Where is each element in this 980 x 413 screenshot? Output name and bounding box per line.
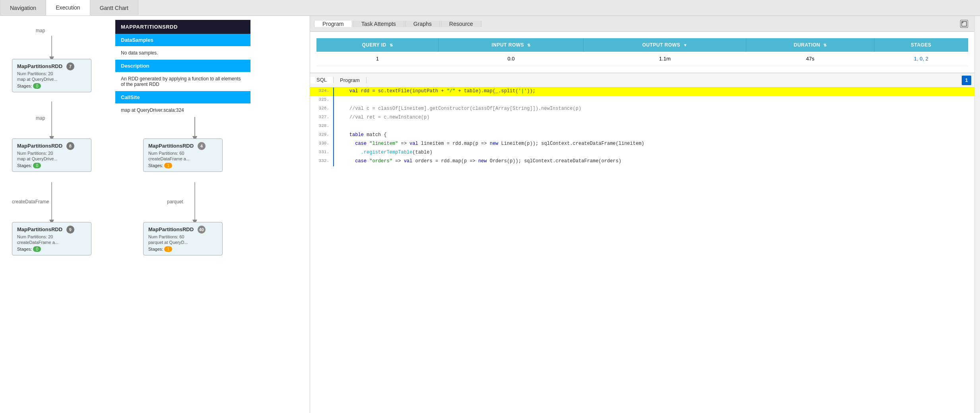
- code-panel: SQL Program 1 324. val rdd = sc.textFile…: [310, 73, 974, 413]
- dag-panel: map map createDataFrame parquet MapParti…: [0, 16, 310, 413]
- sort-icon-query-id: ⇅: [390, 43, 393, 47]
- line-num-332: 332.: [310, 158, 334, 166]
- arrow-label-createdataframe: createDataFrame: [12, 199, 49, 205]
- line-content-328: [334, 123, 974, 131]
- tab-resource[interactable]: Resource: [441, 21, 481, 27]
- line-content-331: .registerTempTable(table): [334, 149, 974, 158]
- scrollbar[interactable]: [974, 16, 980, 413]
- cell-input-rows: 0.0: [439, 52, 584, 66]
- arrow-label-parquet: parquet: [167, 199, 183, 205]
- col-duration[interactable]: DURATION ⇅: [746, 38, 875, 52]
- line-num-329: 329.: [310, 131, 334, 140]
- cell-stages[interactable]: 1, 0, 2: [874, 52, 968, 66]
- code-line-324: 324. val rdd = sc.textFile(inputPath + "…: [310, 88, 974, 96]
- popup-section-datasamples[interactable]: DataSamples: [115, 34, 250, 46]
- col-stages: STAGES: [874, 38, 968, 52]
- code-line-332: 332. case "orders" => val orders = rdd.m…: [310, 158, 974, 166]
- line-num-327: 327.: [310, 114, 334, 123]
- code-line-329: 329. table match {: [310, 131, 974, 140]
- dag-canvas: map map createDataFrame parquet MapParti…: [0, 16, 310, 413]
- popup-title: MAPPARTITIONSRDD: [115, 20, 250, 34]
- rdd-node-4[interactable]: MapPartitionsRDD 4 Num Partitions: 60 cr…: [143, 138, 223, 172]
- stages-link[interactable]: 1, 0, 2: [914, 56, 928, 62]
- node-4-id: 4: [198, 142, 206, 150]
- tab-execution[interactable]: Execution: [46, 0, 90, 16]
- sort-icon-input-rows: ⇅: [527, 43, 531, 47]
- line-num-325: 325.: [310, 96, 334, 105]
- arrow-label-map-top: map: [36, 28, 45, 33]
- rdd-node-7[interactable]: MapPartitionsRDD 7 Num Partitions: 20 ma…: [12, 59, 91, 92]
- code-tab-sql[interactable]: SQL: [310, 77, 334, 84]
- col-input-rows[interactable]: INPUT ROWS ⇅: [439, 38, 584, 52]
- node-7-detail2: map at QueryDrive...: [17, 77, 86, 82]
- node-7-stage-badge: 0: [33, 83, 41, 89]
- popup-section-callsite[interactable]: CallSite: [115, 91, 250, 103]
- node-9-stage-badge: 0: [33, 246, 41, 252]
- code-line-328: 328.: [310, 123, 974, 131]
- sort-icon-output-rows: ▼: [683, 43, 687, 47]
- node-40-detail1: Num Partitions: 60: [148, 234, 217, 239]
- node-9-detail1: Num Partitions: 20: [17, 234, 86, 239]
- main-content: map map createDataFrame parquet MapParti…: [0, 16, 980, 413]
- code-line-326: 326. //val c = classOf[Lineitem].getCons…: [310, 105, 974, 114]
- code-content: 324. val rdd = sc.textFile(inputPath + "…: [310, 88, 974, 413]
- line-content-326: //val c = classOf[Lineitem].getConstruct…: [334, 105, 974, 114]
- col-query-id[interactable]: QUERY ID ⇅: [316, 38, 439, 52]
- expand-button[interactable]: [960, 20, 968, 28]
- node-7-detail1: Num Partitions: 20: [17, 71, 86, 76]
- tab-gantt-chart[interactable]: Gantt Chart: [90, 0, 138, 16]
- node-9-id: 9: [66, 226, 74, 234]
- node-40-stage-badge: 1: [164, 246, 172, 252]
- line-num-326: 326.: [310, 105, 334, 114]
- code-line-331: 331. .registerTempTable(table): [310, 149, 974, 158]
- line-num-331: 331.: [310, 149, 334, 158]
- rdd-popup: MAPPARTITIONSRDD DataSamples No data sam…: [115, 20, 250, 117]
- top-tab-bar: Navigation Execution Gantt Chart: [0, 0, 980, 16]
- code-line-327: 327. //val ret = c.newInstance(p): [310, 114, 974, 123]
- node-8-id: 8: [66, 142, 74, 150]
- node-40-detail2: parquet at QueryD...: [148, 240, 217, 245]
- code-line-325: 325.: [310, 96, 974, 105]
- code-tab-program[interactable]: Program: [334, 77, 367, 83]
- cell-duration: 47s: [746, 52, 875, 66]
- line-content-324: val rdd = sc.textFile(inputPath + "/" + …: [334, 88, 974, 96]
- rdd-node-8[interactable]: MapPartitionsRDD 8 Num Partitions: 20 ma…: [12, 138, 91, 172]
- popup-content-description: An RDD generated by applying a function …: [115, 72, 250, 91]
- line-content-329: table match {: [334, 131, 974, 140]
- line-num-324: 324.: [310, 88, 334, 96]
- node-40-stages: Stages: 1: [148, 246, 217, 252]
- cell-output-rows: 1.1m: [584, 52, 746, 66]
- tab-program[interactable]: Program: [314, 21, 352, 27]
- svg-rect-6: [962, 21, 966, 26]
- popup-section-description[interactable]: Description: [115, 60, 250, 72]
- line-content-325: [334, 96, 974, 105]
- arrow-label-map-middle: map: [36, 115, 45, 121]
- node-4-stage-badge: 1: [164, 163, 172, 168]
- line-num-330: 330.: [310, 140, 334, 149]
- rdd-node-9[interactable]: MapPartitionsRDD 9 Num Partitions: 20 cr…: [12, 222, 91, 255]
- cell-query-id: 1: [316, 52, 439, 66]
- node-8-detail1: Num Partitions: 20: [17, 151, 86, 156]
- tab-graphs[interactable]: Graphs: [405, 21, 440, 27]
- expand-icon: [961, 21, 967, 27]
- node-8-stage-badge: 0: [33, 163, 41, 168]
- right-panel: Program Task Attempts Graphs Resource QU…: [310, 16, 974, 413]
- node-8-title: MapPartitionsRDD 8: [17, 142, 86, 150]
- node-7-title: MapPartitionsRDD 7: [17, 62, 86, 70]
- tab-navigation[interactable]: Navigation: [0, 0, 46, 16]
- node-4-title: MapPartitionsRDD 4: [148, 142, 217, 150]
- node-4-detail1: Num Partitions: 60: [148, 151, 217, 156]
- line-content-332: case "orders" => val orders = rdd.map(p …: [334, 158, 974, 166]
- sort-icon-duration: ⇅: [823, 43, 827, 47]
- col-output-rows[interactable]: OUTPUT ROWS ▼: [584, 38, 746, 52]
- node-4-stages: Stages: 1: [148, 163, 217, 168]
- line-content-330: case "lineitem" => val lineitem = rdd.ma…: [334, 140, 974, 149]
- node-40-title: MapPartitionsRDD 40: [148, 226, 217, 234]
- rdd-node-40[interactable]: MapPartitionsRDD 40 Num Partitions: 60 p…: [143, 222, 223, 255]
- line-content-327: //val ret = c.newInstance(p): [334, 114, 974, 123]
- line-badge: 1: [962, 76, 971, 85]
- node-40-id: 40: [198, 226, 206, 234]
- tab-task-attempts[interactable]: Task Attempts: [353, 21, 404, 27]
- popup-content-datasamples: No data samples.: [115, 46, 250, 60]
- line-num-328: 328.: [310, 123, 334, 131]
